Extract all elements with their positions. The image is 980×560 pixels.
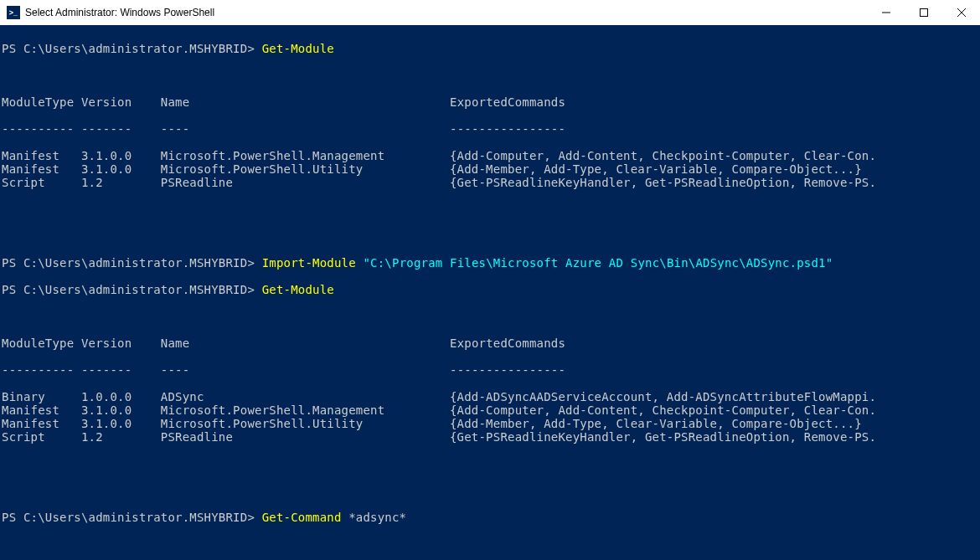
prompt: PS C:\Users\administrator.MSHYBRID> [2, 42, 255, 55]
table-separator: ---------- ------- ---- ---------------- [2, 363, 978, 377]
maximize-button[interactable] [905, 0, 942, 25]
titlebar: >_ Select Administrator: Windows PowerSh… [0, 0, 980, 25]
powershell-icon: >_ [7, 6, 20, 19]
maximize-icon [920, 8, 928, 17]
minimize-icon [882, 8, 890, 17]
string-arg: "C:\Program Files\Microsoft Azure AD Syn… [363, 256, 833, 270]
table-separator: ---------- ------- ---- ---------------- [2, 122, 978, 136]
close-button[interactable] [942, 0, 980, 25]
titlebar-left: >_ Select Administrator: Windows PowerSh… [7, 6, 214, 19]
command: Get-Module [262, 283, 334, 296]
minimize-button[interactable] [867, 0, 905, 25]
command: Import-Module [262, 256, 356, 270]
command: Get-Command [262, 511, 342, 524]
window-title: Select Administrator: Windows PowerShell [25, 7, 214, 18]
table-row: Manifest 3.1.0.0 Microsoft.PowerShell.Ma… [2, 403, 978, 417]
prompt: PS C:\Users\administrator.MSHYBRID> [2, 511, 255, 524]
prompt: PS C:\Users\administrator.MSHYBRID> [2, 283, 255, 296]
window-controls [867, 0, 980, 25]
close-icon [957, 8, 966, 17]
argument: *adsync* [348, 511, 406, 524]
table-row: Binary 1.0.0.0 ADSync {Add-ADSyncAADServ… [2, 390, 978, 403]
table-row: Script 1.2 PSReadline {Get-PSReadlineKey… [2, 430, 978, 444]
table-row: Script 1.2 PSReadline {Get-PSReadlineKey… [2, 176, 978, 189]
prompt: PS C:\Users\administrator.MSHYBRID> [2, 256, 255, 270]
table-row: Manifest 3.1.0.0 Microsoft.PowerShell.Ut… [2, 417, 978, 430]
table-header: ModuleType Version Name ExportedCommands [2, 337, 978, 350]
command: Get-Module [262, 42, 334, 55]
svg-rect-1 [920, 9, 927, 17]
terminal-output[interactable]: PS C:\Users\administrator.MSHYBRID> Get-… [0, 25, 980, 560]
table-header: ModuleType Version Name ExportedCommands [2, 95, 978, 109]
table-row: Manifest 3.1.0.0 Microsoft.PowerShell.Ut… [2, 162, 978, 176]
table-row: Manifest 3.1.0.0 Microsoft.PowerShell.Ma… [2, 149, 978, 162]
